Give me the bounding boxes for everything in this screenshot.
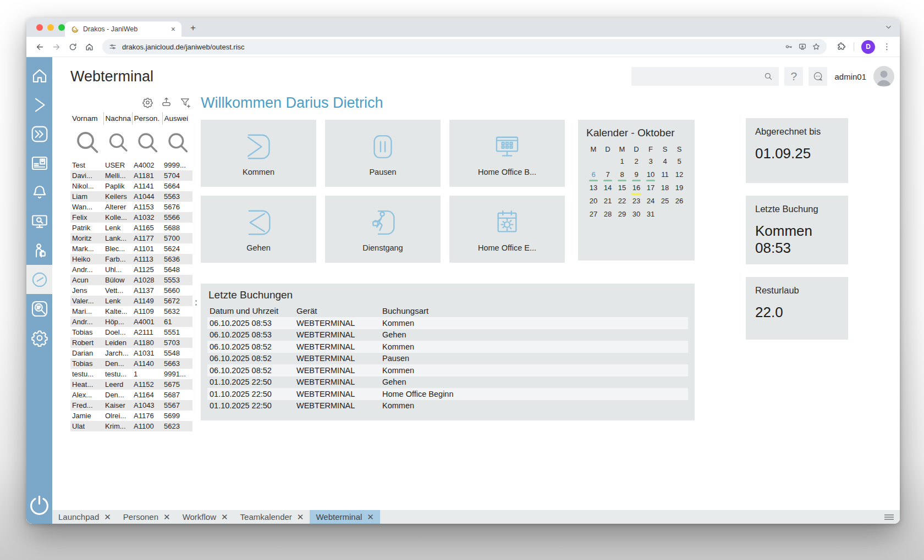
people-row[interactable]: PatrikLenkA11655688 (70, 223, 193, 233)
calendar-day[interactable]: 26 (672, 197, 686, 209)
home-button[interactable] (81, 39, 97, 54)
people-row[interactable]: JensVett...A11375660 (70, 285, 193, 296)
column-filter-input[interactable] (103, 125, 132, 160)
sidebar-item-meldungen[interactable] (26, 178, 52, 207)
column-filter-input[interactable] (70, 125, 103, 160)
sidebar-item-webterminal[interactable] (26, 265, 52, 294)
bottom-tab-personen[interactable]: Personen✕ (117, 510, 177, 524)
people-row[interactable]: JamieOlrei...A11765699 (70, 411, 193, 421)
calendar-day[interactable]: 5 (672, 157, 686, 170)
splitter-handle-icon[interactable] (195, 300, 197, 306)
calendar-day[interactable]: 29 (615, 210, 629, 223)
people-row[interactable]: FelixKolle...A10325566 (70, 212, 193, 223)
close-window-button[interactable] (36, 24, 43, 31)
calendar-day[interactable]: 12 (672, 170, 686, 183)
tab-close-icon[interactable]: ✕ (221, 513, 228, 521)
back-button[interactable] (32, 39, 47, 54)
bottom-tab-webterminal[interactable]: Webterminal✕ (310, 510, 380, 524)
people-row[interactable]: TestUSERA40029999... (70, 160, 193, 170)
sidebar-item-kommen[interactable] (26, 90, 52, 119)
forward-button[interactable] (48, 39, 64, 54)
people-row[interactable]: testu...testu...19991... (70, 369, 193, 379)
people-row[interactable]: Heat...LeerdA11525675 (70, 379, 193, 390)
people-row[interactable]: Davi...Melli...A11815704 (70, 170, 193, 181)
calendar-day[interactable]: 1 (615, 157, 629, 170)
calendar-day[interactable]: 23 (629, 197, 644, 209)
column-filter-input[interactable] (162, 125, 193, 160)
sidebar-item-workflow[interactable] (26, 119, 52, 148)
bottom-tab-teamkalender[interactable]: Teamkalender✕ (234, 510, 310, 524)
action-button-kommen[interactable]: Kommen (201, 120, 316, 187)
user-avatar[interactable] (873, 66, 894, 87)
action-button-home-office-b[interactable]: Home Office B... (449, 120, 565, 187)
global-search-box[interactable] (631, 67, 779, 86)
people-row[interactable]: Nikol...PaplikA11415664 (70, 181, 193, 191)
filter-plus-icon[interactable] (179, 97, 191, 108)
people-row[interactable]: Mark...Blec...A11015624 (70, 243, 193, 254)
site-settings-icon[interactable] (108, 42, 117, 51)
calendar-day[interactable]: 22 (615, 197, 629, 209)
people-row[interactable]: MoritzLank...A11775700 (70, 233, 193, 243)
calendar-day[interactable]: 24 (644, 197, 658, 209)
tab-close-icon[interactable]: ✕ (104, 513, 111, 521)
people-row[interactable]: AcunBülowA10285553 (70, 275, 193, 285)
calendar-day[interactable]: 9 (629, 170, 644, 183)
action-button-gehen[interactable]: Gehen (201, 196, 316, 263)
help-button[interactable]: ? (784, 67, 803, 86)
people-row[interactable]: Valer...LenkA11495672 (70, 296, 193, 306)
bottom-tab-launchpad[interactable]: Launchpad✕ (52, 510, 117, 524)
calendar-day[interactable]: 15 (615, 184, 629, 196)
sidebar-item-personal[interactable] (26, 236, 52, 265)
tab-close-icon[interactable]: × (169, 25, 177, 34)
zoom-window-button[interactable] (58, 24, 65, 31)
logout-power-button[interactable] (26, 493, 52, 519)
sidebar-item-home[interactable] (26, 61, 52, 90)
calendar-day[interactable]: 13 (586, 184, 601, 196)
people-column-header[interactable]: Nachna (103, 112, 132, 125)
people-row[interactable]: TobiasDoel...A21115551 (70, 327, 193, 337)
tab-close-icon[interactable]: ✕ (367, 513, 374, 521)
browser-menu-icon[interactable]: ⋮ (879, 42, 894, 52)
calendar-day[interactable]: 20 (586, 197, 601, 209)
browser-profile-avatar[interactable]: D (861, 40, 875, 54)
address-bar[interactable]: drakos.janicloud.de/janiweb/outest.risc (102, 39, 827, 54)
calendar-day[interactable]: 25 (658, 197, 672, 209)
people-row[interactable]: UlatKrim...A11005623 (70, 421, 193, 431)
calendar-day[interactable]: 19 (672, 184, 686, 196)
people-row[interactable]: Mari...Kalte...A11095632 (70, 306, 193, 317)
search-icon[interactable] (763, 71, 773, 81)
sidebar-item-terminal-suche[interactable] (26, 207, 52, 236)
people-row[interactable]: Fred...KaiserA10435567 (70, 400, 193, 411)
calendar-day[interactable]: 4 (658, 157, 672, 170)
calendar-day[interactable]: 17 (644, 184, 658, 196)
action-button-pausen[interactable]: Pausen (325, 120, 441, 187)
password-key-icon[interactable] (784, 42, 793, 51)
bookmark-star-icon[interactable] (812, 42, 821, 51)
calendar-day[interactable]: 11 (658, 170, 672, 183)
tab-search-chevron-icon[interactable] (884, 23, 893, 31)
calendar-day[interactable]: 10 (644, 170, 658, 183)
search-input[interactable] (637, 71, 763, 81)
calendar-day[interactable]: 6 (586, 170, 601, 183)
new-tab-button[interactable]: + (186, 21, 200, 35)
column-filter-input[interactable] (132, 125, 162, 160)
export-icon[interactable] (161, 97, 172, 108)
action-button-dienstgang[interactable]: Dienstgang (325, 196, 441, 263)
calendar-day[interactable]: 31 (644, 210, 658, 223)
calendar-day[interactable]: 28 (601, 210, 615, 223)
calendar-day[interactable]: 16 (629, 184, 644, 196)
people-column-header[interactable]: Auswei (162, 112, 193, 125)
people-row[interactable]: Andr...Höp...A400161 (70, 317, 193, 327)
action-button-home-office-e[interactable]: Home Office E... (449, 196, 565, 263)
sidebar-item-einstellungen[interactable] (26, 323, 52, 352)
people-row[interactable]: HeikoFarb...A11135636 (70, 254, 193, 264)
gear-icon[interactable] (142, 97, 153, 108)
sidebar-item-auswertung[interactable] (26, 294, 52, 323)
people-row[interactable]: DarianJarch...A10315548 (70, 348, 193, 358)
install-app-icon[interactable] (798, 42, 807, 51)
people-column-header[interactable]: Person. (132, 112, 162, 125)
calendar-day[interactable]: 3 (644, 157, 658, 170)
people-row[interactable]: LiamKeilersA10445563 (70, 191, 193, 202)
calendar-day[interactable]: 30 (629, 210, 644, 223)
people-row[interactable]: TobiasDen...A11405663 (70, 358, 193, 369)
